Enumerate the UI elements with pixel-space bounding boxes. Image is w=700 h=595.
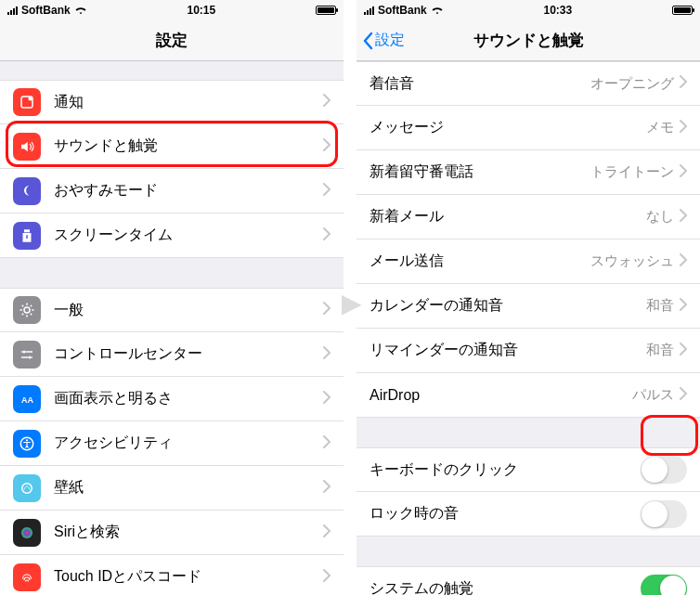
row-label: AirDrop: [369, 387, 632, 404]
settings-row-screentime[interactable]: スクリーンタイム: [0, 213, 344, 258]
touchid-icon: [13, 563, 41, 591]
sound-row-newmail[interactable]: 新着メールなし: [356, 195, 700, 239]
row-label: 一般: [54, 301, 323, 320]
row-label: システムの触覚: [369, 579, 641, 596]
carrier-label: SoftBank: [21, 4, 71, 17]
settings-row-sound[interactable]: サウンドと触覚: [0, 124, 344, 169]
sound-row-message[interactable]: メッセージメモ: [356, 106, 700, 150]
row-label: Touch IDとパスコード: [54, 567, 323, 587]
controlcenter-icon: [13, 341, 41, 369]
svg-point-9: [21, 527, 32, 538]
nav-bar: 設定 サウンドと触覚: [356, 20, 700, 61]
settings-row-general[interactable]: 一般: [0, 288, 344, 332]
back-label: 設定: [375, 31, 405, 50]
chevron-right-icon: [323, 227, 331, 244]
clock-label: 10:33: [543, 4, 572, 17]
carrier-label: SoftBank: [378, 4, 427, 17]
page-title: 設定: [156, 30, 188, 51]
chevron-right-icon: [323, 346, 331, 363]
row-label: コントロールセンター: [54, 344, 323, 364]
svg-point-3: [23, 350, 26, 353]
row-label: リマインダーの通知音: [369, 341, 646, 360]
sound-row-calendar[interactable]: カレンダーの通知音和音: [356, 284, 700, 329]
row-detail: メモ: [646, 119, 674, 136]
chevron-right-icon: [680, 209, 687, 226]
chevron-right-icon: [323, 138, 331, 155]
battery-icon: [672, 6, 693, 15]
row-label: 新着メール: [369, 207, 646, 226]
row-detail: トライトーン: [590, 163, 674, 181]
row-label: ロック時の音: [369, 504, 641, 524]
row-detail: なし: [646, 208, 674, 226]
arrow-icon: ▶: [342, 288, 362, 318]
screentime-icon: [13, 222, 41, 250]
settings-row-notifications[interactable]: 通知: [0, 80, 344, 124]
siri-icon: [13, 519, 41, 547]
settings-row-display[interactable]: AA画面表示と明るさ: [0, 377, 344, 421]
sounds-list[interactable]: 着信音オープニングメッセージメモ新着留守番電話トライトーン新着メールなしメール送…: [356, 61, 700, 595]
settings-row-accessibility[interactable]: アクセシビリティ: [0, 421, 344, 466]
row-label: おやすみモード: [54, 181, 323, 200]
chevron-right-icon: [680, 164, 687, 181]
status-bar: SoftBank 10:15: [0, 0, 344, 20]
chevron-right-icon: [323, 183, 331, 200]
sound-row-reminder[interactable]: リマインダーの通知音和音: [356, 329, 700, 373]
general-icon: [13, 296, 41, 324]
settings-row-controlcenter[interactable]: コントロールセンター: [0, 332, 344, 377]
sound-row-voicemail[interactable]: 新着留守番電話トライトーン: [356, 150, 700, 195]
row-detail: パルス: [632, 386, 674, 404]
row-detail: オープニング: [590, 75, 674, 93]
chevron-right-icon: [680, 253, 687, 270]
svg-point-4: [29, 356, 32, 358]
sound-row-sentmail[interactable]: メール送信スウォッシュ: [356, 239, 700, 284]
chevron-right-icon: [323, 480, 331, 497]
row-label: アクセシビリティ: [54, 433, 323, 453]
back-button[interactable]: 設定: [362, 31, 405, 50]
chevron-right-icon: [680, 387, 687, 404]
settings-row-siri[interactable]: Siriと検索: [0, 511, 344, 555]
status-bar: SoftBank 10:33: [356, 0, 700, 20]
display-icon: AA: [13, 385, 41, 413]
chevron-right-icon: [323, 524, 331, 541]
sounds-screen: SoftBank 10:33 設定 サウンドと触覚 着信音オープニングメッセージ…: [356, 0, 700, 595]
row-label: キーボードのクリック: [369, 460, 641, 480]
row-label: サウンドと触覚: [54, 136, 323, 156]
keyboard-toggle[interactable]: [641, 456, 687, 484]
wifi-icon: [74, 6, 87, 15]
wallpaper-icon: [13, 474, 41, 502]
settings-row-dnd[interactable]: おやすみモード: [0, 169, 344, 213]
svg-point-7: [26, 439, 28, 441]
row-label: メール送信: [369, 252, 590, 271]
chevron-left-icon: [362, 32, 373, 50]
chevron-right-icon: [680, 343, 687, 359]
row-label: 新着留守番電話: [369, 162, 590, 182]
row-label: スクリーンタイム: [54, 226, 323, 245]
lock-toggle[interactable]: [641, 500, 687, 528]
row-label: 画面表示と明るさ: [54, 389, 323, 408]
toggle-row-keyboard: キーボードのクリック: [356, 447, 700, 492]
dnd-icon: [13, 177, 41, 205]
row-label: 着信音: [369, 74, 590, 94]
nav-bar: 設定: [0, 20, 344, 61]
row-detail: 和音: [646, 342, 674, 359]
toggle-row-haptics: システムの触覚: [356, 566, 700, 595]
chevron-right-icon: [323, 302, 331, 318]
svg-point-1: [29, 97, 33, 101]
settings-row-touchid[interactable]: Touch IDとパスコード: [0, 555, 344, 595]
row-detail: スウォッシュ: [590, 252, 674, 270]
chevron-right-icon: [323, 94, 331, 110]
chevron-right-icon: [680, 120, 687, 136]
chevron-right-icon: [680, 75, 687, 92]
svg-point-2: [24, 307, 30, 313]
sound-row-ringtone[interactable]: 着信音オープニング: [356, 61, 700, 106]
row-label: カレンダーの通知音: [369, 296, 646, 316]
haptics-toggle[interactable]: [641, 575, 687, 595]
sound-row-airdrop[interactable]: AirDropパルス: [356, 373, 700, 418]
signal-icon: [7, 6, 18, 15]
settings-row-wallpaper[interactable]: 壁紙: [0, 466, 344, 511]
clock-label: 10:15: [187, 4, 215, 17]
svg-point-8: [22, 483, 32, 493]
row-label: 壁紙: [54, 478, 323, 498]
row-label: Siriと検索: [54, 523, 323, 542]
settings-list[interactable]: 通知サウンドと触覚おやすみモードスクリーンタイム 一般コントロールセンターAA画…: [0, 61, 344, 595]
